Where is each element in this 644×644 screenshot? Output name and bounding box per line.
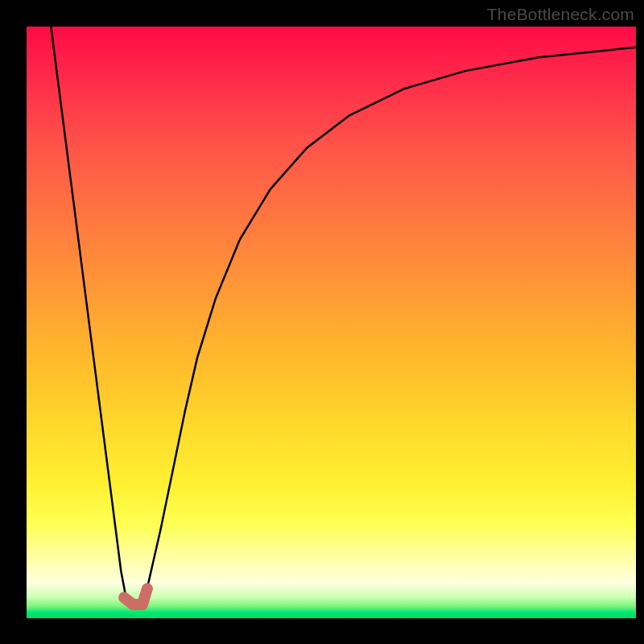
watermark-text: TheBottleneck.com bbox=[487, 5, 634, 24]
chart-svg bbox=[27, 27, 636, 618]
marker-segment bbox=[124, 588, 147, 605]
plot-area bbox=[27, 27, 636, 618]
bottleneck-curve bbox=[51, 27, 636, 604]
chart-frame: TheBottleneck.com bbox=[0, 0, 644, 644]
